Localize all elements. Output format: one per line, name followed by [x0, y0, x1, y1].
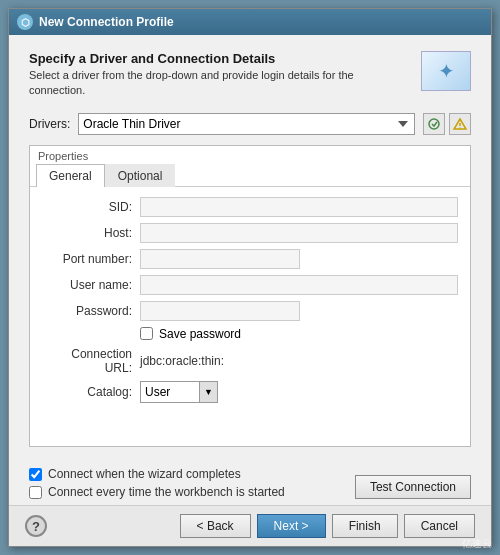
- properties-label: Properties: [30, 146, 470, 164]
- content-area: Specify a Driver and Connection Details …: [9, 35, 491, 463]
- username-row: User name:: [42, 275, 458, 295]
- save-password-checkbox[interactable]: [140, 327, 153, 340]
- window-title: New Connection Profile: [39, 15, 174, 29]
- connect-every-time-checkbox[interactable]: [29, 486, 42, 499]
- host-input[interactable]: [140, 223, 458, 243]
- help-button[interactable]: ?: [25, 515, 47, 537]
- catalog-select-wrap: User ▼: [140, 381, 218, 403]
- connect-wizard-checkbox[interactable]: [29, 468, 42, 481]
- bottom-left: ?: [25, 515, 47, 537]
- port-label: Port number:: [42, 252, 132, 266]
- connection-url-row: Connection URL: jdbc:oracle:thin:: [42, 347, 458, 375]
- password-row: Password:: [42, 301, 458, 321]
- footer-options: Connect when the wizard completes Connec…: [29, 467, 285, 499]
- connection-url-value: jdbc:oracle:thin:: [140, 354, 224, 368]
- svg-point-2: [459, 127, 460, 128]
- header-graphic: ✦: [421, 51, 471, 91]
- section-title: Specify a Driver and Connection Details: [29, 51, 411, 66]
- save-password-row: Save password: [140, 327, 458, 341]
- properties-box: Properties General Optional SID: Host:: [29, 145, 471, 447]
- catalog-label: Catalog:: [42, 385, 132, 399]
- connect-every-time-option: Connect every time the workbench is star…: [29, 485, 285, 499]
- section-description: Select a driver from the drop-down and p…: [29, 68, 411, 99]
- driver-icons: [423, 113, 471, 135]
- sid-input[interactable]: [140, 197, 458, 217]
- sid-label: SID:: [42, 200, 132, 214]
- connect-wizard-option: Connect when the wizard completes: [29, 467, 285, 481]
- username-input[interactable]: [140, 275, 458, 295]
- finish-button[interactable]: Finish: [332, 514, 398, 538]
- tab-general[interactable]: General: [36, 164, 105, 187]
- connect-every-time-label: Connect every time the workbench is star…: [48, 485, 285, 499]
- driver-warn-icon[interactable]: [449, 113, 471, 135]
- password-label: Password:: [42, 304, 132, 318]
- next-button[interactable]: Next >: [257, 514, 326, 538]
- svg-point-0: [429, 119, 439, 129]
- bottom-bar: ? < Back Next > Finish Cancel: [9, 505, 491, 546]
- main-window: ⬡ New Connection Profile Specify a Drive…: [8, 8, 492, 547]
- header-section: Specify a Driver and Connection Details …: [29, 51, 471, 99]
- test-connection-button[interactable]: Test Connection: [355, 475, 471, 499]
- back-button[interactable]: < Back: [180, 514, 251, 538]
- window-icon: ⬡: [17, 14, 33, 30]
- password-input[interactable]: [140, 301, 300, 321]
- sid-row: SID:: [42, 197, 458, 217]
- driver-label: Drivers:: [29, 117, 70, 131]
- tab-optional[interactable]: Optional: [105, 164, 176, 187]
- driver-select[interactable]: Oracle Thin Driver: [78, 113, 415, 135]
- host-label: Host:: [42, 226, 132, 240]
- catalog-select[interactable]: User: [140, 381, 200, 403]
- port-row: Port number:: [42, 249, 458, 269]
- footer-row: Connect when the wizard completes Connec…: [9, 463, 491, 505]
- catalog-dropdown-btn[interactable]: ▼: [200, 381, 218, 403]
- port-input[interactable]: [140, 249, 300, 269]
- form-area: SID: Host: Port number: User name:: [30, 187, 470, 413]
- host-row: Host:: [42, 223, 458, 243]
- username-label: User name:: [42, 278, 132, 292]
- connect-wizard-label: Connect when the wizard completes: [48, 467, 241, 481]
- watermark: 亿速云: [462, 537, 492, 551]
- tabs: General Optional: [30, 164, 470, 187]
- title-bar: ⬡ New Connection Profile: [9, 9, 491, 35]
- save-password-label: Save password: [159, 327, 241, 341]
- driver-row: Drivers: Oracle Thin Driver: [29, 113, 471, 135]
- connection-url-label: Connection URL:: [42, 347, 132, 375]
- catalog-row: Catalog: User ▼: [42, 381, 458, 403]
- bottom-buttons: < Back Next > Finish Cancel: [180, 514, 475, 538]
- driver-connect-icon[interactable]: [423, 113, 445, 135]
- cancel-button[interactable]: Cancel: [404, 514, 475, 538]
